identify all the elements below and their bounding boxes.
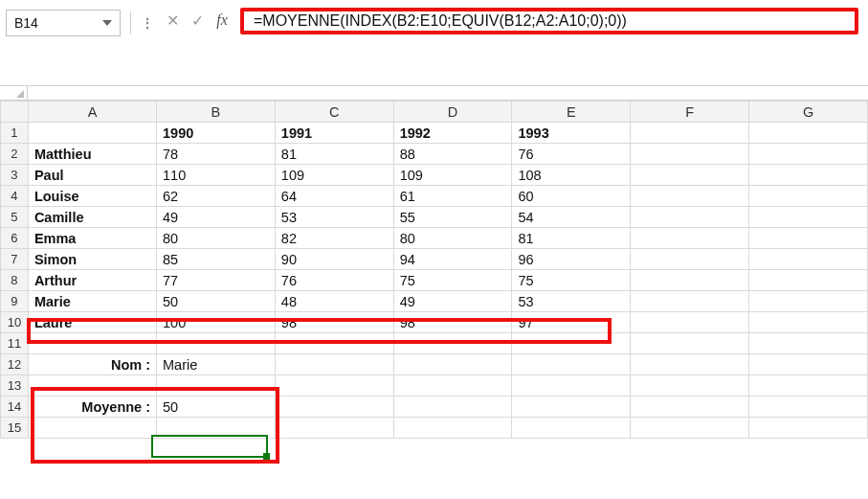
cell-E11[interactable] xyxy=(512,333,631,354)
cell-B1[interactable]: 1990 xyxy=(157,123,276,144)
cell-A2[interactable]: Matthieu xyxy=(28,144,156,165)
cell-B13[interactable] xyxy=(157,375,276,397)
col-header-C[interactable]: C xyxy=(275,102,393,123)
cell-C15[interactable] xyxy=(275,418,393,439)
cell-D6[interactable]: 80 xyxy=(393,228,512,249)
cell-G12[interactable] xyxy=(749,354,868,375)
cell-A8[interactable]: Arthur xyxy=(28,270,156,291)
cell-F9[interactable] xyxy=(631,291,749,312)
cell-A15[interactable] xyxy=(28,418,156,439)
cell-D1[interactable]: 1992 xyxy=(393,123,512,144)
cell-G3[interactable] xyxy=(749,165,868,186)
cell-B10[interactable]: 100 xyxy=(157,312,276,333)
cell-D12[interactable] xyxy=(393,354,512,375)
cell-B3[interactable]: 110 xyxy=(157,165,276,186)
cell-B11[interactable] xyxy=(157,333,276,354)
cell-D15[interactable] xyxy=(393,418,512,439)
cell-E5[interactable]: 54 xyxy=(512,207,631,228)
cell-G15[interactable] xyxy=(749,418,868,439)
name-box[interactable]: B14 xyxy=(6,10,121,36)
row-header-5[interactable]: 5 xyxy=(1,207,29,228)
cell-A11[interactable] xyxy=(28,333,156,354)
select-all-triangle[interactable] xyxy=(0,86,28,100)
cell-G5[interactable] xyxy=(749,207,868,228)
cell-C5[interactable]: 53 xyxy=(275,207,393,228)
cell-D3[interactable]: 109 xyxy=(393,165,512,186)
cell-G4[interactable] xyxy=(749,186,868,207)
cell-B9[interactable]: 50 xyxy=(157,291,276,312)
cell-G14[interactable] xyxy=(749,397,868,418)
cell-E1[interactable]: 1993 xyxy=(512,123,631,144)
cell-E3[interactable]: 108 xyxy=(512,165,631,186)
cell-F10[interactable] xyxy=(631,312,749,333)
cell-C1[interactable]: 1991 xyxy=(275,123,393,144)
row-header-1[interactable]: 1 xyxy=(1,123,29,144)
row-header-6[interactable]: 6 xyxy=(1,228,29,249)
cell-C4[interactable]: 64 xyxy=(275,186,393,207)
formula-input[interactable]: =MOYENNE(INDEX(B2:E10;EQUIV(B12;A2:A10;0… xyxy=(240,8,858,34)
row-header-8[interactable]: 8 xyxy=(1,270,29,291)
cell-C12[interactable] xyxy=(275,354,393,375)
row-header-11[interactable]: 11 xyxy=(1,333,29,354)
col-header-F[interactable]: F xyxy=(631,102,749,123)
cell-F6[interactable] xyxy=(631,228,749,249)
cell-A10[interactable]: Laure xyxy=(28,312,156,333)
cell-F2[interactable] xyxy=(631,144,749,165)
cell-F13[interactable] xyxy=(631,375,749,397)
cell-A14[interactable]: Moyenne : xyxy=(28,397,156,418)
cell-D10[interactable]: 98 xyxy=(393,312,512,333)
cell-G8[interactable] xyxy=(749,270,868,291)
cell-C8[interactable]: 76 xyxy=(275,270,393,291)
cell-D7[interactable]: 94 xyxy=(393,249,512,270)
cell-C6[interactable]: 82 xyxy=(275,228,393,249)
cell-F7[interactable] xyxy=(631,249,749,270)
cell-G6[interactable] xyxy=(749,228,868,249)
cell-D11[interactable] xyxy=(393,333,512,354)
confirm-formula-button[interactable]: ✓ xyxy=(185,8,210,33)
cell-D9[interactable]: 49 xyxy=(393,291,512,312)
cell-B12[interactable]: Marie xyxy=(157,354,276,375)
row-header-12[interactable]: 12 xyxy=(1,354,29,375)
col-header-E[interactable]: E xyxy=(512,102,631,123)
cell-E10[interactable]: 97 xyxy=(512,312,631,333)
cell-A7[interactable]: Simon xyxy=(28,249,156,270)
cell-B14[interactable]: 50 xyxy=(157,397,276,418)
col-header-A[interactable]: A xyxy=(28,102,156,123)
cell-D4[interactable]: 61 xyxy=(393,186,512,207)
cell-C9[interactable]: 48 xyxy=(275,291,393,312)
cell-E13[interactable] xyxy=(512,375,631,397)
cell-G7[interactable] xyxy=(749,249,868,270)
cell-C3[interactable]: 109 xyxy=(275,165,393,186)
cell-B15[interactable] xyxy=(157,418,276,439)
row-header-3[interactable]: 3 xyxy=(1,165,29,186)
insert-function-button[interactable]: fx xyxy=(210,8,234,33)
cell-A1[interactable] xyxy=(28,123,156,144)
cancel-formula-button[interactable]: ✕ xyxy=(160,8,185,33)
cell-B7[interactable]: 85 xyxy=(157,249,276,270)
cell-B6[interactable]: 80 xyxy=(157,228,276,249)
row-header-2[interactable]: 2 xyxy=(1,144,29,165)
cell-F14[interactable] xyxy=(631,397,749,418)
row-header-13[interactable]: 13 xyxy=(1,375,29,397)
cell-C2[interactable]: 81 xyxy=(275,144,393,165)
cell-C7[interactable]: 90 xyxy=(275,249,393,270)
cell-D2[interactable]: 88 xyxy=(393,144,512,165)
cell-A6[interactable]: Emma xyxy=(28,228,156,249)
cell-A5[interactable]: Camille xyxy=(28,207,156,228)
cell-F5[interactable] xyxy=(631,207,749,228)
cell-E15[interactable] xyxy=(512,418,631,439)
cell-E4[interactable]: 60 xyxy=(512,186,631,207)
cell-A9[interactable]: Marie xyxy=(28,291,156,312)
cell-F3[interactable] xyxy=(631,165,749,186)
col-header-B[interactable]: B xyxy=(157,102,276,123)
chevron-down-icon[interactable] xyxy=(102,20,112,26)
row-header-7[interactable]: 7 xyxy=(1,249,29,270)
col-header-G[interactable]: G xyxy=(749,102,868,123)
cell-E9[interactable]: 53 xyxy=(512,291,631,312)
cell-B2[interactable]: 78 xyxy=(157,144,276,165)
col-header-D[interactable]: D xyxy=(393,102,512,123)
cell-C14[interactable] xyxy=(275,397,393,418)
grid-corner[interactable] xyxy=(1,102,29,123)
cell-D5[interactable]: 55 xyxy=(393,207,512,228)
cell-G10[interactable] xyxy=(749,312,868,333)
